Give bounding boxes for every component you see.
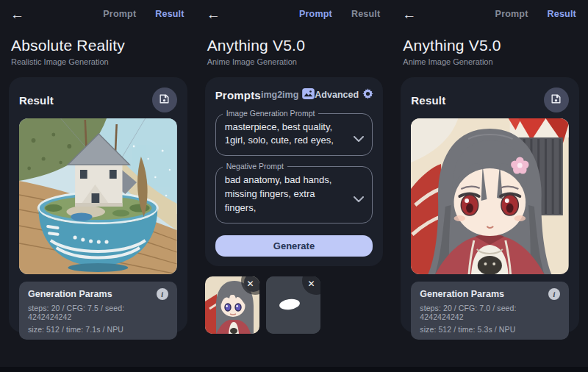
model-header: Absolute Reality Realistic Image Generat…	[0, 37, 196, 66]
advanced-button[interactable]: Advanced	[315, 88, 373, 102]
chevron-down-icon[interactable]	[354, 132, 364, 145]
tab-result[interactable]: Result	[351, 9, 380, 19]
image-icon	[302, 88, 315, 102]
advanced-label: Advanced	[315, 90, 359, 100]
prompt-field-label: Image Generation Prompt	[223, 109, 319, 118]
chevron-down-icon[interactable]	[354, 192, 364, 205]
prompts-card: Prompts img2img Advanced	[205, 77, 384, 266]
save-button[interactable]	[152, 87, 177, 112]
generation-params-box: Generation Params i steps: 20 / CFG: 7.5…	[19, 282, 177, 340]
img2img-source-thumbnail[interactable]: ✕	[205, 276, 259, 334]
generate-label: Generate	[273, 240, 315, 251]
model-title: Absolute Reality	[11, 37, 185, 54]
tab-prompt[interactable]: Prompt	[495, 9, 528, 19]
params-line-1: steps: 20 / CFG: 7.0 / seed: 4242424242	[420, 304, 560, 321]
negative-prompt-field[interactable]: Negative Prompt bad anatomy, bad hands, …	[215, 166, 373, 223]
generate-button[interactable]: Generate	[215, 235, 373, 257]
floppy-disk-icon	[158, 93, 171, 108]
model-subtitle: Realistic Image Generation	[11, 57, 185, 66]
gesture-bar	[0, 367, 588, 372]
generation-params-box: Generation Params i steps: 20 / CFG: 7.0…	[411, 282, 569, 340]
params-line-1: steps: 20 / CFG: 7.5 / seed: 4242424242	[28, 304, 168, 321]
info-icon[interactable]: i	[548, 288, 560, 300]
prompts-title: Prompts	[215, 89, 261, 101]
negative-field-label: Negative Prompt	[223, 162, 287, 171]
result-card: Result	[9, 77, 187, 332]
nav-tabs: Prompt Result	[299, 9, 380, 19]
params-line-2: size: 512 / time: 5.3s / NPU	[420, 325, 560, 334]
nav-tabs: Prompt Result	[103, 9, 184, 19]
panel-anything-result: ← Prompt Result Anything V5.0 Anime Imag…	[392, 0, 588, 372]
result-title: Result	[19, 94, 54, 107]
result-card: Result	[401, 77, 579, 332]
back-arrow-icon[interactable]: ←	[207, 7, 220, 21]
tab-result[interactable]: Result	[548, 9, 576, 19]
params-title: Generation Params	[28, 289, 112, 299]
model-title: Anything V5.0	[207, 37, 381, 54]
back-arrow-icon[interactable]: ←	[10, 7, 24, 21]
model-title: Anything V5.0	[403, 37, 577, 54]
back-arrow-icon[interactable]: ←	[402, 7, 416, 21]
tab-prompt[interactable]: Prompt	[299, 9, 332, 19]
nav-tabs: Prompt Result	[495, 9, 576, 19]
generated-image-beach-house[interactable]	[19, 118, 177, 274]
floppy-disk-icon	[550, 93, 562, 108]
info-icon[interactable]: i	[157, 288, 168, 300]
model-header: Anything V5.0 Anime Image Generation	[196, 37, 392, 66]
tab-prompt[interactable]: Prompt	[103, 9, 136, 19]
generated-image-anime-girl[interactable]	[411, 118, 569, 274]
params-line-2: size: 512 / time: 7.1s / NPU	[28, 325, 168, 334]
top-nav: ← Prompt Result	[392, 0, 588, 19]
result-title: Result	[411, 94, 445, 107]
image-generation-prompt-field[interactable]: Image Generation Prompt masterpiece, bes…	[215, 113, 373, 157]
params-title: Generation Params	[420, 289, 504, 299]
mask-thumbnail[interactable]: ✕	[266, 276, 320, 334]
close-icon[interactable]: ✕	[308, 279, 315, 288]
tab-result[interactable]: Result	[155, 9, 184, 19]
prompt-field-value[interactable]: masterpiece, best quality, 1girl, solo, …	[225, 121, 348, 149]
panel-anything-prompt: ← Prompt Result Anything V5.0 Anime Imag…	[196, 0, 392, 372]
gear-icon	[362, 88, 373, 102]
top-nav: ← Prompt Result	[0, 0, 196, 19]
panel-absolute-reality: ← Prompt Result Absolute Reality Realist…	[0, 0, 196, 372]
attachment-thumbnails: ✕ ✕	[205, 276, 392, 334]
model-subtitle: Anime Image Generation	[207, 57, 381, 66]
app-screen: ← Prompt Result Absolute Reality Realist…	[0, 0, 588, 372]
img2img-button[interactable]: img2img	[261, 88, 315, 102]
negative-field-value[interactable]: bad anatomy, bad hands, missing fingers,…	[225, 174, 348, 215]
img2img-label: img2img	[261, 90, 298, 100]
model-subtitle: Anime Image Generation	[403, 57, 577, 66]
model-header: Anything V5.0 Anime Image Generation	[392, 37, 588, 66]
save-button[interactable]	[544, 87, 569, 112]
top-nav: ← Prompt Result	[196, 0, 392, 19]
close-icon[interactable]: ✕	[247, 279, 254, 288]
